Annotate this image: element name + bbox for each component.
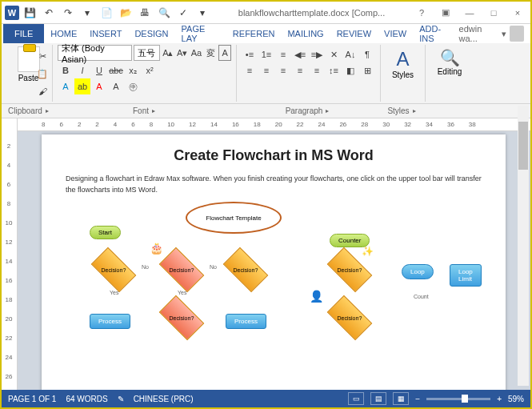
font-label[interactable]: Font▸ bbox=[53, 104, 235, 118]
print-icon[interactable]: 🖶 bbox=[136, 4, 154, 22]
open-icon[interactable]: 📂 bbox=[117, 4, 134, 22]
align-right-icon[interactable]: ≡ bbox=[275, 62, 291, 78]
read-mode-icon[interactable]: ▭ bbox=[348, 392, 364, 405]
phonetic-icon[interactable]: 変 bbox=[204, 45, 217, 61]
paragraph-label[interactable]: Paragraph▸ bbox=[235, 104, 379, 118]
scrollbar-thumb[interactable] bbox=[518, 122, 528, 170]
borders-icon[interactable]: ⊞ bbox=[359, 62, 375, 78]
editing-button[interactable]: 🔍 Editing bbox=[430, 45, 469, 79]
sort-icon[interactable]: A↓ bbox=[342, 46, 358, 62]
flowchart-no-1: No bbox=[142, 264, 149, 270]
word-app-icon[interactable]: W bbox=[5, 6, 19, 20]
flowchart-title-ellipse: Flowchart Template bbox=[186, 202, 282, 234]
page-count[interactable]: PAGE 1 OF 1 bbox=[8, 395, 56, 403]
flowchart-count-label: Count bbox=[414, 294, 429, 299]
zoom-level[interactable]: 59% bbox=[508, 395, 524, 403]
word-count[interactable]: 64 WORDS bbox=[66, 395, 107, 403]
enclose-char-icon[interactable]: ㊥ bbox=[125, 78, 141, 94]
font-size-select[interactable]: 五号 bbox=[134, 45, 160, 61]
qat-more-icon[interactable]: ▾ bbox=[194, 4, 211, 22]
flowchart-decision-3: Decision? bbox=[223, 247, 269, 293]
web-layout-icon[interactable]: ▦ bbox=[393, 392, 409, 405]
print-layout-icon[interactable]: ▤ bbox=[370, 392, 386, 405]
paragraph-group: •≡ 1≡ ≡ ◀≡ ≡▶ ✕ A↓ ¶ ≡ ≡ ≡ ≡ ≡ ↕≡ ◧ ⊞ bbox=[237, 45, 381, 102]
language-status[interactable]: CHINESE (PRC) bbox=[134, 395, 194, 403]
multilevel-icon[interactable]: ≡ bbox=[275, 46, 291, 62]
copy-icon[interactable]: 📋 bbox=[34, 66, 50, 82]
distribute-icon[interactable]: ≡ bbox=[309, 62, 325, 78]
zoom-slider-thumb[interactable] bbox=[462, 395, 468, 403]
help-icon[interactable]: ? bbox=[412, 5, 431, 21]
tab-home[interactable]: HOME bbox=[44, 24, 83, 43]
maximize-button[interactable]: □ bbox=[484, 5, 503, 21]
clipboard-label[interactable]: Clipboard▸ bbox=[2, 104, 53, 118]
flowchart-start: Start bbox=[90, 226, 121, 239]
preview-icon[interactable]: 🔍 bbox=[155, 4, 173, 22]
document-page[interactable]: Create Flowchart in MS Word Designing a … bbox=[42, 134, 506, 399]
file-tab[interactable]: FILE bbox=[3, 24, 44, 43]
italic-button[interactable]: I bbox=[74, 62, 90, 78]
styles-button[interactable]: A Styles bbox=[386, 45, 420, 82]
text-effects-icon[interactable]: A bbox=[58, 78, 74, 94]
align-center-icon[interactable]: ≡ bbox=[258, 62, 274, 78]
tab-mailing[interactable]: MAILING bbox=[281, 24, 330, 43]
qat-dropdown-icon[interactable]: ▾ bbox=[78, 4, 96, 22]
show-marks-icon[interactable]: ¶ bbox=[359, 46, 375, 62]
minimize-button[interactable]: — bbox=[460, 5, 479, 21]
horizontal-ruler[interactable]: 8622468101214161820222426283032343638 bbox=[18, 118, 530, 131]
page-canvas[interactable]: 8622468101214161820222426283032343638 Cr… bbox=[18, 118, 530, 399]
char-border-icon[interactable]: A bbox=[218, 45, 231, 61]
line-spacing-icon[interactable]: ↕≡ bbox=[326, 62, 342, 78]
align-left-icon[interactable]: ≡ bbox=[242, 62, 258, 78]
tab-addins[interactable]: ADD-INS bbox=[413, 24, 458, 43]
ribbon: Paste ✂ 📋 🖌 宋体 (Body Asian) 五号 A▴ A▾ Aa … bbox=[2, 43, 530, 104]
asian-layout-icon[interactable]: ✕ bbox=[326, 46, 342, 62]
tab-references[interactable]: REFEREN bbox=[226, 24, 282, 43]
proofing-icon[interactable]: ✎ bbox=[118, 395, 124, 403]
sparkle-icon: ✨ bbox=[362, 246, 374, 257]
editing-label: Editing bbox=[438, 67, 462, 76]
save-icon[interactable]: 💾 bbox=[21, 4, 38, 22]
tab-insert[interactable]: INSERT bbox=[83, 24, 128, 43]
font-name-select[interactable]: 宋体 (Body Asian) bbox=[58, 45, 132, 61]
superscript-button[interactable]: x² bbox=[142, 62, 158, 78]
styles-icon: A bbox=[396, 48, 409, 70]
new-icon[interactable]: 📄 bbox=[98, 4, 115, 22]
tab-page-layout[interactable]: PAGE LAY bbox=[175, 24, 226, 43]
tab-view[interactable]: VIEW bbox=[378, 24, 413, 43]
numbering-icon[interactable]: 1≡ bbox=[258, 46, 274, 62]
highlight-icon[interactable]: ab bbox=[74, 78, 90, 94]
underline-button[interactable]: U bbox=[91, 62, 107, 78]
strike-button[interactable]: abc bbox=[108, 62, 124, 78]
zoom-in-button[interactable]: + bbox=[497, 395, 502, 403]
zoom-out-button[interactable]: − bbox=[415, 395, 420, 403]
increase-indent-icon[interactable]: ≡▶ bbox=[309, 46, 325, 62]
change-case-icon[interactable]: Aa bbox=[190, 45, 203, 61]
user-account[interactable]: edwin wa... ▾ bbox=[459, 24, 529, 43]
decrease-indent-icon[interactable]: ◀≡ bbox=[292, 46, 308, 62]
vertical-ruler[interactable]: 2 4 6 8 10 12 14 16 18 20 22 24 26 bbox=[2, 118, 18, 399]
tab-review[interactable]: REVIEW bbox=[330, 24, 378, 43]
undo-icon[interactable]: ↶ bbox=[40, 4, 58, 22]
char-shading-icon[interactable]: A bbox=[108, 78, 124, 94]
styles-group-label[interactable]: Styles▸ bbox=[379, 104, 424, 118]
shrink-font-icon[interactable]: A▾ bbox=[176, 45, 189, 61]
subscript-button[interactable]: x₂ bbox=[125, 62, 141, 78]
close-button[interactable]: × bbox=[508, 5, 527, 21]
grow-font-icon[interactable]: A▴ bbox=[162, 45, 174, 61]
bullets-icon[interactable]: •≡ bbox=[242, 46, 258, 62]
bold-button[interactable]: B bbox=[58, 62, 74, 78]
spellcheck-icon[interactable]: ✓ bbox=[174, 4, 192, 22]
font-color-icon[interactable]: A bbox=[91, 78, 107, 94]
shading-icon[interactable]: ◧ bbox=[342, 62, 358, 78]
styles-label: Styles bbox=[392, 70, 414, 79]
tab-design[interactable]: DESIGN bbox=[128, 24, 174, 43]
cut-icon[interactable]: ✂ bbox=[34, 48, 50, 64]
vertical-scrollbar[interactable] bbox=[518, 106, 529, 386]
justify-icon[interactable]: ≡ bbox=[292, 62, 308, 78]
ribbon-options-icon[interactable]: ▣ bbox=[436, 5, 455, 21]
quick-access-toolbar: W 💾 ↶ ↷ ▾ 📄 📂 🖶 🔍 ✓ ▾ bbox=[5, 4, 211, 22]
format-painter-icon[interactable]: 🖌 bbox=[34, 83, 50, 99]
zoom-slider[interactable] bbox=[426, 398, 490, 400]
redo-icon[interactable]: ↷ bbox=[59, 4, 77, 22]
